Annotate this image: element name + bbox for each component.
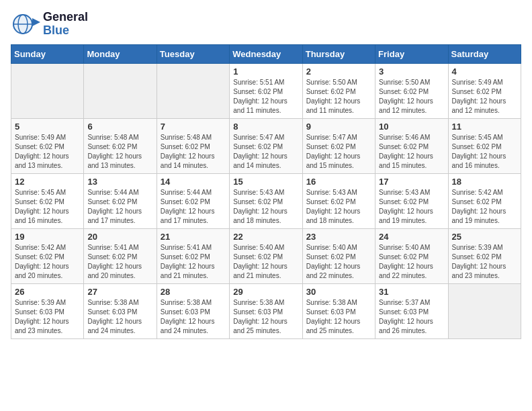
day-number: 13 — [87, 177, 152, 187]
calendar-cell: 19Sunrise: 5:42 AM Sunset: 6:02 PM Dayli… — [11, 228, 84, 283]
day-header-friday: Friday — [375, 44, 448, 63]
calendar-cell: 16Sunrise: 5:43 AM Sunset: 6:02 PM Dayli… — [302, 173, 375, 228]
logo-general: General — [43, 11, 88, 24]
day-number: 10 — [379, 122, 444, 132]
day-number: 15 — [233, 177, 298, 187]
day-number: 26 — [15, 287, 80, 297]
day-number: 14 — [161, 177, 226, 187]
day-info: Sunrise: 5:49 AM Sunset: 6:02 PM Dayligh… — [15, 133, 80, 171]
day-number: 4 — [452, 66, 517, 77]
day-number: 12 — [15, 177, 80, 187]
day-number: 7 — [161, 122, 226, 132]
logo-blue: Blue — [43, 24, 88, 38]
calendar-cell: 28Sunrise: 5:38 AM Sunset: 6:03 PM Dayli… — [157, 283, 229, 338]
day-header-sunday: Sunday — [11, 44, 84, 63]
day-info: Sunrise: 5:40 AM Sunset: 6:02 PM Dayligh… — [233, 243, 298, 281]
calendar-cell — [448, 283, 521, 338]
day-info: Sunrise: 5:38 AM Sunset: 6:03 PM Dayligh… — [233, 298, 298, 336]
day-number: 25 — [452, 232, 517, 242]
calendar-cell: 12Sunrise: 5:45 AM Sunset: 6:02 PM Dayli… — [11, 173, 84, 228]
calendar-cell: 6Sunrise: 5:48 AM Sunset: 6:02 PM Daylig… — [84, 118, 157, 173]
calendar-cell: 9Sunrise: 5:47 AM Sunset: 6:02 PM Daylig… — [302, 118, 375, 173]
day-info: Sunrise: 5:45 AM Sunset: 6:02 PM Dayligh… — [15, 188, 80, 226]
calendar-cell: 11Sunrise: 5:45 AM Sunset: 6:02 PM Dayli… — [448, 118, 521, 173]
day-info: Sunrise: 5:38 AM Sunset: 6:03 PM Dayligh… — [87, 298, 152, 336]
day-header-wednesday: Wednesday — [230, 44, 302, 63]
day-header-thursday: Thursday — [302, 44, 375, 63]
calendar-cell: 15Sunrise: 5:43 AM Sunset: 6:02 PM Dayli… — [230, 173, 302, 228]
day-info: Sunrise: 5:50 AM Sunset: 6:02 PM Dayligh… — [306, 78, 371, 116]
calendar-cell: 22Sunrise: 5:40 AM Sunset: 6:02 PM Dayli… — [230, 228, 302, 283]
calendar-cell — [84, 63, 157, 118]
day-number: 11 — [452, 122, 517, 132]
day-number: 1 — [233, 66, 298, 77]
calendar-cell: 10Sunrise: 5:46 AM Sunset: 6:02 PM Dayli… — [375, 118, 448, 173]
day-info: Sunrise: 5:47 AM Sunset: 6:02 PM Dayligh… — [306, 133, 371, 171]
svg-marker-3 — [32, 18, 40, 26]
day-info: Sunrise: 5:37 AM Sunset: 6:03 PM Dayligh… — [379, 298, 444, 336]
calendar-cell: 14Sunrise: 5:44 AM Sunset: 6:02 PM Dayli… — [157, 173, 229, 228]
day-info: Sunrise: 5:48 AM Sunset: 6:02 PM Dayligh… — [161, 133, 226, 171]
day-info: Sunrise: 5:41 AM Sunset: 6:02 PM Dayligh… — [161, 243, 226, 281]
logo-svg — [11, 11, 40, 37]
calendar-cell: 8Sunrise: 5:47 AM Sunset: 6:02 PM Daylig… — [230, 118, 302, 173]
calendar-cell — [11, 63, 84, 118]
day-number: 5 — [15, 122, 80, 132]
calendar-cell: 18Sunrise: 5:42 AM Sunset: 6:02 PM Dayli… — [448, 173, 521, 228]
day-info: Sunrise: 5:42 AM Sunset: 6:02 PM Dayligh… — [15, 243, 80, 281]
day-number: 22 — [233, 232, 298, 242]
day-number: 28 — [161, 287, 226, 297]
calendar-cell: 20Sunrise: 5:41 AM Sunset: 6:02 PM Dayli… — [84, 228, 157, 283]
calendar-cell: 29Sunrise: 5:38 AM Sunset: 6:03 PM Dayli… — [230, 283, 302, 338]
calendar-cell: 27Sunrise: 5:38 AM Sunset: 6:03 PM Dayli… — [84, 283, 157, 338]
calendar-cell: 21Sunrise: 5:41 AM Sunset: 6:02 PM Dayli… — [157, 228, 229, 283]
calendar-cell: 3Sunrise: 5:50 AM Sunset: 6:02 PM Daylig… — [375, 63, 448, 118]
day-info: Sunrise: 5:43 AM Sunset: 6:02 PM Dayligh… — [233, 188, 298, 226]
calendar-cell: 17Sunrise: 5:43 AM Sunset: 6:02 PM Dayli… — [375, 173, 448, 228]
day-number: 19 — [15, 232, 80, 242]
day-number: 29 — [233, 287, 298, 297]
calendar-cell: 5Sunrise: 5:49 AM Sunset: 6:02 PM Daylig… — [11, 118, 84, 173]
calendar-cell: 26Sunrise: 5:39 AM Sunset: 6:03 PM Dayli… — [11, 283, 84, 338]
day-info: Sunrise: 5:38 AM Sunset: 6:03 PM Dayligh… — [161, 298, 226, 336]
day-info: Sunrise: 5:51 AM Sunset: 6:02 PM Dayligh… — [233, 78, 298, 116]
day-number: 16 — [306, 177, 371, 187]
day-number: 20 — [87, 232, 152, 242]
day-info: Sunrise: 5:43 AM Sunset: 6:02 PM Dayligh… — [379, 188, 444, 226]
day-info: Sunrise: 5:40 AM Sunset: 6:02 PM Dayligh… — [306, 243, 371, 281]
day-number: 23 — [306, 232, 371, 242]
day-number: 31 — [379, 287, 444, 297]
calendar-cell: 25Sunrise: 5:39 AM Sunset: 6:02 PM Dayli… — [448, 228, 521, 283]
day-info: Sunrise: 5:50 AM Sunset: 6:02 PM Dayligh… — [379, 78, 444, 116]
day-header-monday: Monday — [84, 44, 157, 63]
logo: GeneralBlue — [11, 11, 88, 38]
calendar-cell: 7Sunrise: 5:48 AM Sunset: 6:02 PM Daylig… — [157, 118, 229, 173]
day-info: Sunrise: 5:48 AM Sunset: 6:02 PM Dayligh… — [87, 133, 152, 171]
day-number: 8 — [233, 122, 298, 132]
calendar-cell: 31Sunrise: 5:37 AM Sunset: 6:03 PM Dayli… — [375, 283, 448, 338]
day-number: 9 — [306, 122, 371, 132]
day-number: 24 — [379, 232, 444, 242]
calendar-table: SundayMondayTuesdayWednesdayThursdayFrid… — [11, 44, 521, 339]
calendar-cell — [157, 63, 229, 118]
day-info: Sunrise: 5:39 AM Sunset: 6:02 PM Dayligh… — [452, 243, 517, 281]
day-number: 6 — [87, 122, 152, 132]
day-info: Sunrise: 5:45 AM Sunset: 6:02 PM Dayligh… — [452, 133, 517, 171]
day-info: Sunrise: 5:39 AM Sunset: 6:03 PM Dayligh… — [15, 298, 80, 336]
day-info: Sunrise: 5:41 AM Sunset: 6:02 PM Dayligh… — [87, 243, 152, 281]
calendar-cell: 4Sunrise: 5:49 AM Sunset: 6:02 PM Daylig… — [448, 63, 521, 118]
day-info: Sunrise: 5:46 AM Sunset: 6:02 PM Dayligh… — [379, 133, 444, 171]
day-info: Sunrise: 5:40 AM Sunset: 6:02 PM Dayligh… — [379, 243, 444, 281]
day-info: Sunrise: 5:43 AM Sunset: 6:02 PM Dayligh… — [306, 188, 371, 226]
day-number: 17 — [379, 177, 444, 187]
day-info: Sunrise: 5:44 AM Sunset: 6:02 PM Dayligh… — [161, 188, 226, 226]
day-number: 3 — [379, 66, 444, 77]
calendar-cell: 2Sunrise: 5:50 AM Sunset: 6:02 PM Daylig… — [302, 63, 375, 118]
day-info: Sunrise: 5:38 AM Sunset: 6:03 PM Dayligh… — [306, 298, 371, 336]
calendar-cell: 24Sunrise: 5:40 AM Sunset: 6:02 PM Dayli… — [375, 228, 448, 283]
day-info: Sunrise: 5:49 AM Sunset: 6:02 PM Dayligh… — [452, 78, 517, 116]
day-number: 27 — [87, 287, 152, 297]
day-header-saturday: Saturday — [448, 44, 521, 63]
day-info: Sunrise: 5:44 AM Sunset: 6:02 PM Dayligh… — [87, 188, 152, 226]
day-header-tuesday: Tuesday — [157, 44, 229, 63]
